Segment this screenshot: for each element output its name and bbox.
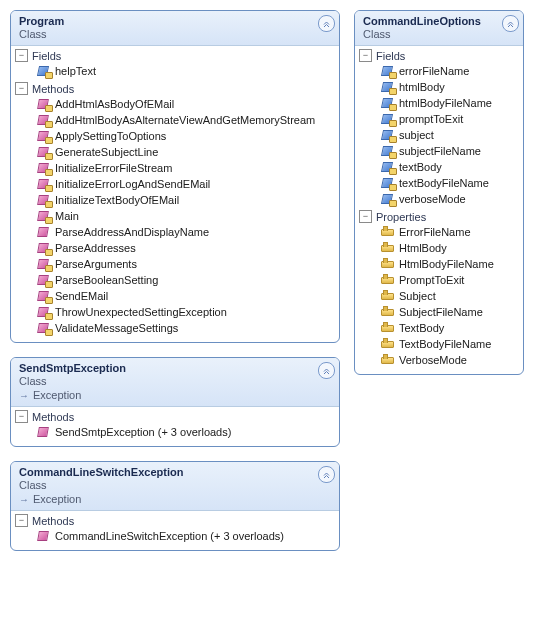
member-row[interactable]: VerboseMode — [355, 352, 523, 368]
field-icon — [381, 113, 395, 125]
section-header-fields[interactable]: −Fields — [11, 48, 339, 63]
member-list: AddHtmlAsBodyOfEMailAddHtmlBodyAsAlterna… — [11, 96, 339, 338]
method-icon — [37, 258, 51, 270]
member-row[interactable]: helpText — [11, 63, 339, 79]
member-row[interactable]: htmlBodyFileName — [355, 95, 523, 111]
section-header-fields[interactable]: −Fields — [355, 48, 523, 63]
member-row[interactable]: subjectFileName — [355, 143, 523, 159]
member-row[interactable]: TextBody — [355, 320, 523, 336]
section-label: Methods — [30, 411, 74, 423]
right-column: CommandLineOptionsClass−FieldserrorFileN… — [354, 10, 524, 375]
collapse-button[interactable] — [318, 466, 335, 483]
member-list: SendSmtpException (+ 3 overloads) — [11, 424, 339, 442]
class-body: −FieldshelpText−MethodsAddHtmlAsBodyOfEM… — [11, 46, 339, 342]
member-row[interactable]: PromptToExit — [355, 272, 523, 288]
member-name: GenerateSubjectLine — [55, 146, 158, 158]
section-header-properties[interactable]: −Properties — [355, 209, 523, 224]
method-icon — [37, 226, 51, 238]
member-name: htmlBody — [399, 81, 445, 93]
class-header: CommandLineSwitchExceptionClass→Exceptio… — [11, 462, 339, 511]
member-name: AddHtmlBodyAsAlternateViewAndGetMemorySt… — [55, 114, 315, 126]
member-row[interactable]: AddHtmlBodyAsAlternateViewAndGetMemorySt… — [11, 112, 339, 128]
class-inherits: →Exception — [19, 493, 333, 505]
inherit-arrow-icon: → — [19, 390, 29, 401]
member-row[interactable]: GenerateSubjectLine — [11, 144, 339, 160]
section-header-methods[interactable]: −Methods — [11, 409, 339, 424]
collapse-button[interactable] — [318, 362, 335, 379]
member-row[interactable]: promptToExit — [355, 111, 523, 127]
member-row[interactable]: InitializeTextBodyOfEMail — [11, 192, 339, 208]
member-row[interactable]: ErrorFileName — [355, 224, 523, 240]
class-kind: Class — [19, 375, 333, 387]
member-name: InitializeTextBodyOfEMail — [55, 194, 179, 206]
member-row[interactable]: ThrowUnexpectedSettingException — [11, 304, 339, 320]
member-row[interactable]: htmlBody — [355, 79, 523, 95]
section-header-methods[interactable]: −Methods — [11, 513, 339, 528]
member-row[interactable]: InitializeErrorLogAndSendEMail — [11, 176, 339, 192]
class-name: CommandLineOptions — [363, 15, 517, 27]
member-name: ApplySettingToOptions — [55, 130, 166, 142]
member-row[interactable]: HtmlBodyFileName — [355, 256, 523, 272]
member-row[interactable]: verboseMode — [355, 191, 523, 207]
class-box-cmdlineswex: CommandLineSwitchExceptionClass→Exceptio… — [10, 461, 340, 551]
member-row[interactable]: ApplySettingToOptions — [11, 128, 339, 144]
class-name: Program — [19, 15, 333, 27]
member-name: ParseArguments — [55, 258, 137, 270]
minus-toggle-icon[interactable]: − — [15, 49, 28, 62]
member-row[interactable]: Subject — [355, 288, 523, 304]
collapse-button[interactable] — [502, 15, 519, 32]
member-row[interactable]: TextBodyFileName — [355, 336, 523, 352]
minus-toggle-icon[interactable]: − — [15, 514, 28, 527]
member-row[interactable]: SendSmtpException (+ 3 overloads) — [11, 424, 339, 440]
member-name: InitializeErrorFileStream — [55, 162, 172, 174]
member-row[interactable]: SendEMail — [11, 288, 339, 304]
class-box-sendsmtpex: SendSmtpExceptionClass→Exception−Methods… — [10, 357, 340, 447]
member-row[interactable]: CommandLineSwitchException (+ 3 overload… — [11, 528, 339, 544]
member-row[interactable]: AddHtmlAsBodyOfEMail — [11, 96, 339, 112]
member-list: ErrorFileNameHtmlBodyHtmlBodyFileNamePro… — [355, 224, 523, 370]
section-label: Methods — [30, 83, 74, 95]
member-name: textBodyFileName — [399, 177, 489, 189]
class-name: CommandLineSwitchException — [19, 466, 333, 478]
class-body: −FieldserrorFileNamehtmlBodyhtmlBodyFile… — [355, 46, 523, 374]
method-icon — [37, 178, 51, 190]
member-row[interactable]: ParseAddressAndDisplayName — [11, 224, 339, 240]
section-header-methods[interactable]: −Methods — [11, 81, 339, 96]
member-name: SendEMail — [55, 290, 108, 302]
member-name: errorFileName — [399, 65, 469, 77]
field-icon — [381, 81, 395, 93]
member-row[interactable]: ParseBooleanSetting — [11, 272, 339, 288]
minus-toggle-icon[interactable]: − — [15, 82, 28, 95]
member-row[interactable]: ParseArguments — [11, 256, 339, 272]
method-icon — [37, 322, 51, 334]
method-icon — [37, 306, 51, 318]
property-icon — [381, 290, 395, 302]
field-icon — [381, 145, 395, 157]
member-row[interactable]: errorFileName — [355, 63, 523, 79]
member-name: ParseAddressAndDisplayName — [55, 226, 209, 238]
member-row[interactable]: textBody — [355, 159, 523, 175]
class-box-program: ProgramClass−FieldshelpText−MethodsAddHt… — [10, 10, 340, 343]
collapse-button[interactable] — [318, 15, 335, 32]
minus-toggle-icon[interactable]: − — [359, 210, 372, 223]
method-icon — [37, 210, 51, 222]
member-name: HtmlBody — [399, 242, 447, 254]
minus-toggle-icon[interactable]: − — [359, 49, 372, 62]
member-row[interactable]: ValidateMessageSettings — [11, 320, 339, 336]
member-row[interactable]: ParseAddresses — [11, 240, 339, 256]
inherits-name: Exception — [33, 389, 81, 401]
member-row[interactable]: SubjectFileName — [355, 304, 523, 320]
member-row[interactable]: HtmlBody — [355, 240, 523, 256]
minus-toggle-icon[interactable]: − — [15, 410, 28, 423]
class-body: −MethodsSendSmtpException (+ 3 overloads… — [11, 407, 339, 446]
member-row[interactable]: InitializeErrorFileStream — [11, 160, 339, 176]
method-icon — [37, 290, 51, 302]
method-icon — [37, 130, 51, 142]
class-kind: Class — [19, 28, 333, 40]
member-row[interactable]: subject — [355, 127, 523, 143]
class-kind: Class — [363, 28, 517, 40]
method-icon — [37, 98, 51, 110]
member-row[interactable]: Main — [11, 208, 339, 224]
class-header: CommandLineOptionsClass — [355, 11, 523, 46]
member-row[interactable]: textBodyFileName — [355, 175, 523, 191]
